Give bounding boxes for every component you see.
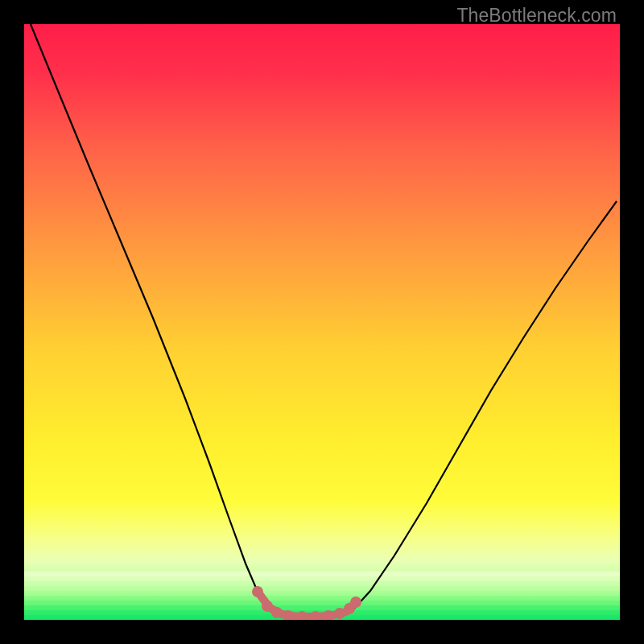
- highlight-dot: [252, 586, 263, 597]
- svg-rect-2: [24, 581, 620, 586]
- highlight-dot: [350, 597, 361, 608]
- highlight-dot: [271, 607, 283, 618]
- svg-rect-0: [24, 572, 620, 576]
- svg-rect-4: [24, 591, 620, 596]
- svg-rect-6: [24, 601, 620, 605]
- highlight-dot: [262, 601, 273, 612]
- gradient-background: [24, 24, 620, 620]
- svg-rect-3: [24, 586, 620, 591]
- svg-rect-1: [24, 576, 620, 581]
- highlight-dot: [334, 608, 345, 619]
- svg-rect-7: [24, 605, 620, 610]
- watermark-label: TheBottleneck.com: [456, 5, 617, 27]
- svg-rect-5: [24, 596, 620, 601]
- chart-frame: [24, 24, 620, 620]
- chart-canvas: [24, 24, 620, 620]
